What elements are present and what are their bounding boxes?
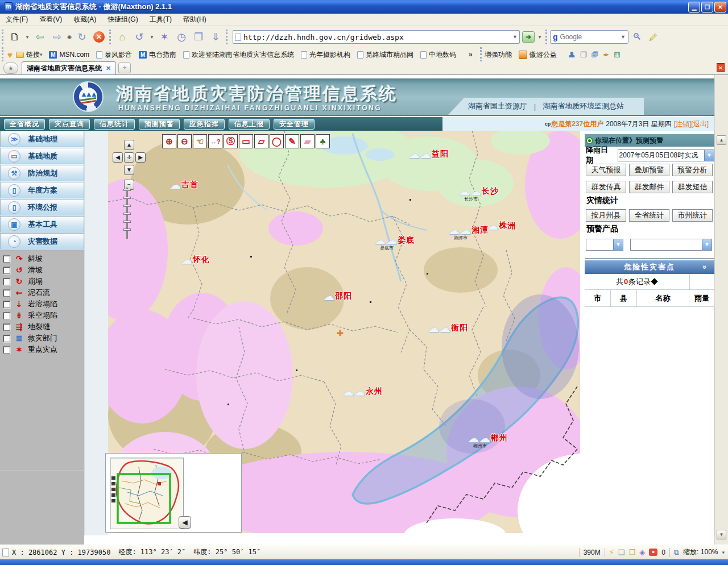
chevron-down-icon[interactable]: ▼ [704, 150, 714, 161]
product-type-select[interactable]: ▼ [586, 239, 623, 251]
zoom-fit-icon[interactable]: ⧉ [674, 548, 679, 557]
undo-dropdown-icon[interactable]: ▾ [148, 29, 156, 45]
city-marker-hengyang[interactable]: ☁☁ 衡阳 [428, 323, 468, 333]
eraser-icon[interactable]: ▰ [300, 134, 315, 148]
new-page-icon[interactable]: 🗋 [6, 29, 23, 45]
nav-tab-query[interactable]: 灾点查询 [49, 119, 90, 130]
link-guangnian[interactable]: 光年摄影机构 [301, 50, 350, 60]
city-marker-shaoyang[interactable]: ☁ 邵阳 [323, 291, 352, 301]
pan-down-button[interactable]: ▼ [124, 165, 134, 175]
zoom-slider-tick[interactable] [123, 197, 131, 199]
messenger-icon[interactable]: 👤︎ [568, 51, 576, 59]
city-marker-jishou[interactable]: ☁ 吉首 [169, 180, 198, 190]
link-milu[interactable]: 觅路城市精品网 [357, 50, 413, 60]
chevron-down-icon[interactable]: ▼ [702, 239, 712, 250]
maxthon-charity[interactable]: 傲游公益 [519, 50, 557, 60]
links-overflow-chevron[interactable]: » [469, 51, 473, 59]
rain-date-select[interactable]: 2007年05月05日08时实况 ▼ [618, 149, 714, 161]
sidebar-item-basic-tools[interactable]: ▣ 基本工具 [0, 216, 84, 232]
city-marker-chenzhou[interactable]: ☁☁ 郴州 郴州市 [468, 433, 508, 443]
page-scrollbar[interactable]: ▲ ▼ [714, 75, 728, 545]
clip-rect-icon[interactable]: ▱ [254, 134, 268, 148]
undo-icon[interactable]: ↺ [131, 29, 148, 45]
dice-icon[interactable]: ⚅ [614, 51, 620, 59]
link-radio[interactable]: M 电台指南 [139, 50, 176, 60]
filler-wand-icon[interactable]: ✶ [156, 29, 173, 45]
window-titlebar[interactable]: m 湖南省地质灾害信息系统 - 傲游(Maxthon) 2.1.1 ▁ ❐ ✕ [0, 0, 728, 14]
zoom-slider-tick[interactable] [123, 205, 131, 207]
scale-icon[interactable]: Ⓢ [224, 134, 238, 148]
select-rect-icon[interactable]: ▭ [239, 134, 253, 148]
proxy-icon[interactable]: ❏ [618, 548, 625, 556]
checkbox[interactable] [3, 289, 10, 297]
paint-icon[interactable]: ✒ [603, 51, 609, 59]
chevron-down-icon[interactable]: ▼ [613, 239, 623, 250]
refresh-icon[interactable]: ↻ [73, 29, 90, 45]
notes-icon[interactable]: 🗊︎ [591, 51, 598, 59]
menu-tools[interactable]: 工具(T) [144, 13, 177, 26]
checkbox[interactable] [3, 335, 10, 342]
group-fax-button[interactable]: 群发传真 [586, 181, 626, 193]
boost-lightning-icon[interactable]: ⚡︎ [609, 548, 614, 556]
link-zhongdi[interactable]: 中地数码 [420, 50, 456, 60]
pan-center-button[interactable]: ✛ [124, 152, 134, 163]
menu-help[interactable]: 帮助(H) [177, 13, 212, 26]
layer-rescue-dept[interactable]: ≣ 救灾部门 [0, 333, 84, 344]
favorites-star-icon[interactable]: ★ [3, 63, 18, 74]
logout-link[interactable]: [注销] [674, 119, 692, 129]
overview-tool-square[interactable] [111, 499, 115, 502]
checkbox[interactable] [3, 346, 10, 354]
link-land-resources[interactable]: 湖南省国土资源厅 [468, 101, 527, 111]
overview-tool-square[interactable] [111, 476, 115, 480]
layer-collapse[interactable]: ↻ 崩塌 [0, 276, 84, 287]
city-marker-zhuzhou[interactable]: ☁ 株洲 [487, 221, 516, 231]
search-box[interactable]: g ▼ [550, 30, 628, 44]
content-filter-icon[interactable]: ◈ [639, 548, 645, 556]
link-hunan-gis[interactable]: 欢迎登陆湖南省地质灾害信息系统 [183, 50, 294, 60]
tree-layer-icon[interactable]: ♣ [316, 134, 330, 148]
sidebar-item-prevention-plan[interactable]: ⚒︎ 防治规划 [0, 165, 84, 181]
overview-collapse-button[interactable]: ◀ [179, 516, 191, 529]
product-item-select[interactable]: ▼ [630, 239, 712, 251]
zoom-dropdown-icon[interactable]: ▾ [722, 550, 725, 555]
forward-icon[interactable]: ⇨ [48, 29, 65, 45]
exit-link[interactable]: [退出] [691, 119, 709, 129]
pan-right-button[interactable]: ▶ [135, 152, 146, 163]
layer-mining-collapse[interactable]: ⇟ 采空塌陷 [0, 310, 84, 321]
favorites-heart-icon[interactable]: ♥ [7, 50, 13, 60]
popup-blocker-icon[interactable]: ● [649, 549, 657, 556]
new-page-dropdown-icon[interactable]: ▾ [23, 29, 31, 45]
sidebar-item-env-bulletin[interactable]: ▯ 环境公报 [0, 199, 84, 215]
menu-view[interactable]: 查看(V) [34, 13, 68, 26]
address-bar[interactable]: ▼ [233, 30, 520, 44]
overlay-warning-button[interactable]: 叠加预警 [629, 164, 669, 176]
layer-key-sites[interactable]: ✶ 重点灾点 [0, 344, 84, 355]
select-circle-icon[interactable]: ◯ [270, 134, 284, 148]
zoom-out-icon[interactable]: ⊖ [177, 134, 192, 148]
new-tab-button[interactable]: + [118, 63, 131, 73]
sidebar-item-annual-scheme[interactable]: ▯ 年度方案 [0, 182, 84, 198]
zoom-slider-tick[interactable] [123, 189, 131, 191]
checkbox[interactable] [3, 278, 10, 285]
address-input[interactable] [243, 33, 512, 41]
checkbox[interactable] [3, 312, 10, 319]
new-window-filter-icon[interactable]: ❒ [628, 548, 635, 556]
overview-tool-square[interactable] [111, 493, 115, 497]
group-email-button[interactable]: 群发邮件 [629, 181, 669, 193]
scroll-down-icon[interactable]: ▼ [717, 530, 726, 539]
layer-debris-flow[interactable]: ⇜ 泥石流 [0, 287, 84, 298]
nav-tab-overview[interactable]: 全省概况 [4, 119, 45, 130]
zoom-slider-tick[interactable] [123, 229, 131, 231]
sidebar-close-icon[interactable]: ✕ [717, 63, 725, 72]
restore-button[interactable]: ❐ [701, 2, 713, 13]
menu-groups[interactable]: 快捷组(G) [102, 13, 143, 26]
window-tool-icon[interactable]: ❐ [580, 51, 587, 59]
overview-map[interactable]: ◀ [105, 453, 242, 533]
stop-icon[interactable]: ✕ [90, 29, 107, 45]
pan-up-button[interactable]: ▲ [124, 140, 134, 150]
clock-icon[interactable]: ◷ [173, 29, 190, 45]
search-engine-dropdown-icon[interactable]: ▼ [621, 34, 626, 40]
download-icon[interactable]: ⇓ [207, 29, 224, 45]
pan-hand-icon[interactable]: ☜ [193, 134, 207, 148]
enhance-features[interactable]: 增强功能 [485, 50, 512, 60]
